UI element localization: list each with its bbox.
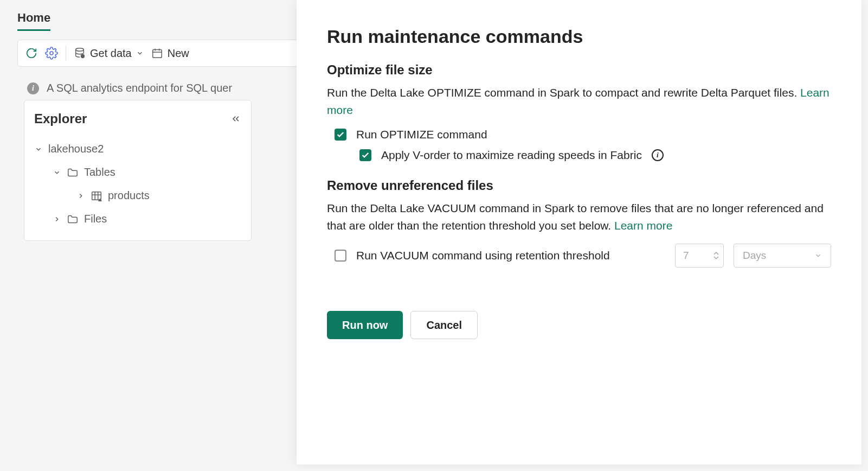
info-icon[interactable]: i: [652, 149, 664, 161]
tree-tables[interactable]: Tables: [24, 161, 251, 184]
table-icon: [91, 190, 102, 202]
explorer-panel: Explorer lakehouse2 Tables products: [24, 100, 252, 241]
collapse-icon[interactable]: [230, 113, 241, 124]
tree-products-label: products: [108, 189, 150, 202]
panel-actions: Run now Cancel: [327, 311, 831, 339]
optimize-heading: Optimize file size: [327, 62, 831, 78]
folder-icon: [67, 167, 79, 179]
tree-files-label: Files: [84, 213, 107, 225]
retention-value-input[interactable]: 7: [675, 244, 724, 268]
run-now-button[interactable]: Run now: [327, 311, 403, 339]
retention-unit-select[interactable]: Days: [734, 244, 831, 268]
cancel-button[interactable]: Cancel: [410, 311, 478, 339]
vacuum-row: Run VACUUM command using retention thres…: [335, 244, 831, 268]
svg-point-0: [50, 52, 53, 55]
tab-home[interactable]: Home: [17, 11, 50, 31]
chevron-right-icon: [76, 192, 85, 200]
svg-point-2: [81, 54, 85, 58]
database-icon: [74, 47, 86, 59]
svg-rect-7: [92, 192, 101, 200]
optimize-desc: Run the Delta Lake OPTIMIZE command in S…: [327, 84, 831, 118]
info-icon: i: [27, 82, 39, 94]
run-optimize-row: Run OPTIMIZE command: [335, 128, 831, 141]
retention-value: 7: [683, 250, 689, 262]
remove-learn-more-link[interactable]: Learn more: [614, 219, 672, 232]
refresh-icon[interactable]: [25, 47, 37, 59]
svg-point-1: [76, 48, 84, 52]
folder-icon: [67, 213, 79, 225]
tree-files[interactable]: Files: [24, 207, 251, 231]
new-button[interactable]: New: [151, 47, 189, 60]
maintenance-panel: Run maintenance commands Optimize file s…: [297, 0, 861, 464]
run-optimize-checkbox[interactable]: [335, 129, 346, 141]
chevron-down-icon: [53, 169, 61, 176]
toolbar-divider: [66, 46, 66, 61]
chevron-right-icon: [53, 215, 61, 223]
vacuum-checkbox[interactable]: [335, 250, 346, 262]
remove-heading: Remove unreferenced files: [327, 178, 831, 193]
chevron-down-icon: [136, 49, 144, 57]
tree-root[interactable]: lakehouse2: [24, 137, 251, 161]
remove-desc: Run the Delta Lake VACUUM command in Spa…: [327, 200, 831, 234]
tree: lakehouse2 Tables products Files: [24, 134, 251, 234]
get-data-label: Get data: [90, 47, 132, 60]
new-label: New: [168, 47, 189, 60]
info-text: A SQL analytics endpoint for SQL quer: [47, 82, 232, 94]
get-data-button[interactable]: Get data: [74, 47, 144, 60]
run-optimize-label: Run OPTIMIZE command: [356, 128, 487, 141]
retention-unit: Days: [743, 250, 766, 262]
tree-products[interactable]: products: [24, 184, 251, 207]
chevron-down-icon: [34, 145, 43, 153]
calendar-icon: [151, 47, 163, 59]
vorder-checkbox[interactable]: [359, 149, 371, 161]
explorer-title: Explorer: [34, 111, 87, 126]
spinner-buttons[interactable]: [713, 251, 719, 260]
settings-icon[interactable]: [45, 47, 58, 60]
tree-tables-label: Tables: [84, 166, 115, 179]
vacuum-label: Run VACUUM command using retention thres…: [356, 249, 610, 262]
svg-rect-3: [152, 50, 162, 58]
vorder-row: Apply V-order to maximize reading speeds…: [359, 149, 831, 162]
vorder-label: Apply V-order to maximize reading speeds…: [381, 149, 642, 162]
panel-title: Run maintenance commands: [327, 26, 831, 47]
tree-root-label: lakehouse2: [48, 143, 104, 155]
